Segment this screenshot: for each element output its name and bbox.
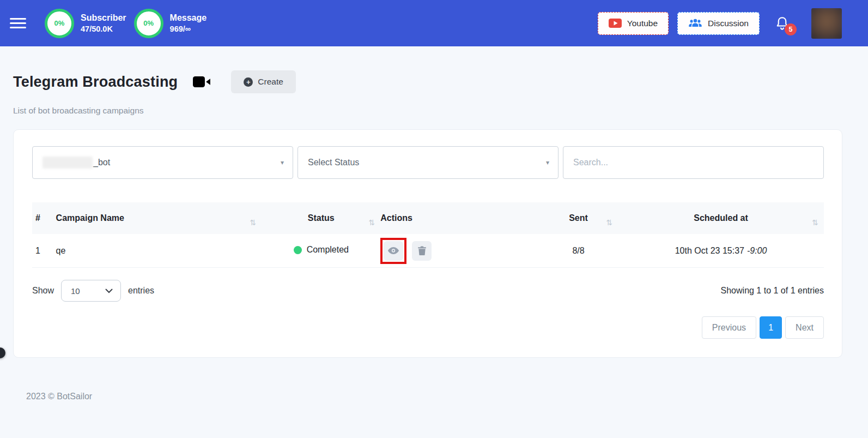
sort-icon[interactable]: ⇅ [812, 218, 818, 227]
trash-icon [418, 246, 426, 255]
column-actions: Actions [380, 213, 539, 223]
redacted-bot-name [43, 157, 93, 169]
video-camera-icon [193, 75, 211, 88]
discussion-button[interactable]: Discussion [677, 12, 760, 35]
column-scheduled-at: Scheduled at ⇅ [618, 213, 824, 223]
sort-icon[interactable]: ⇅ [250, 218, 257, 227]
entries-per-page-value: 10 [71, 286, 80, 296]
column-sent: Sent ⇅ [539, 213, 618, 223]
annotation-highlight-box [380, 238, 406, 264]
plus-icon: + [244, 77, 253, 87]
table-header-row: # Campaign Name ⇅ Status ⇅ Actions Sent … [32, 202, 824, 234]
delete-campaign-button[interactable] [412, 241, 432, 261]
bot-select-value: _bot [93, 158, 110, 167]
previous-page-button[interactable]: Previous [702, 316, 756, 339]
notification-badge: 5 [785, 23, 797, 35]
column-campaign-name: Campaign Name ⇅ [56, 213, 262, 223]
campaigns-card: _bot ▾ Select Status ▾ # Campaign Name ⇅… [13, 129, 842, 358]
create-label: Create [258, 77, 283, 87]
notifications-button[interactable]: 5 [775, 15, 790, 32]
topbar: 0% Subscriber 47/50.0K 0% Message 969/∞ … [0, 0, 868, 46]
message-percent: 0% [143, 19, 154, 27]
chevron-down-icon [105, 289, 113, 293]
showing-entries-text: Showing 1 to 1 of 1 entries [721, 286, 824, 296]
message-stat: 0% Message 969/∞ [134, 9, 207, 38]
user-avatar[interactable] [811, 8, 842, 39]
column-status: Status ⇅ [262, 213, 380, 223]
subscriber-percent: 0% [54, 19, 65, 27]
message-progress-ring: 0% [134, 9, 163, 38]
entries-label: entries [128, 286, 154, 296]
search-input[interactable] [563, 146, 824, 179]
pagination: Previous 1 Next [32, 316, 824, 339]
subscriber-value: 47/50.0K [81, 24, 126, 35]
youtube-label: Youtube [627, 19, 658, 28]
next-page-button[interactable]: Next [785, 316, 824, 339]
message-value: 969/∞ [170, 24, 207, 35]
youtube-icon [609, 19, 622, 28]
main-content: Telegram Broadcasting + Create List of b… [0, 46, 868, 401]
status-badge: Completed [294, 245, 349, 255]
status-select[interactable]: Select Status ▾ [298, 146, 559, 179]
caret-down-icon: ▾ [281, 159, 284, 166]
sent-count: 8/8 [539, 246, 618, 256]
bot-select[interactable]: _bot ▾ [32, 146, 293, 179]
subscriber-progress-ring: 0% [45, 9, 74, 38]
show-label: Show [32, 286, 54, 296]
status-select-value: Select Status [308, 158, 359, 167]
discussion-label: Discussion [708, 19, 749, 28]
page-subtitle: List of bot broadcasting campaigns [13, 106, 842, 116]
view-campaign-button[interactable] [384, 241, 403, 261]
column-index: # [32, 213, 56, 223]
page-title: Telegram Broadcasting [13, 74, 178, 91]
sort-icon[interactable]: ⇅ [606, 218, 612, 227]
youtube-button[interactable]: Youtube [598, 12, 669, 35]
subscriber-label: Subscriber [81, 12, 126, 24]
menu-icon[interactable] [10, 15, 26, 31]
avatar-image [811, 8, 842, 39]
users-icon [688, 19, 702, 28]
campaigns-table: # Campaign Name ⇅ Status ⇅ Actions Sent … [32, 202, 824, 268]
status-dot-icon [294, 246, 302, 254]
row-index: 1 [32, 246, 56, 256]
sort-icon[interactable]: ⇅ [369, 218, 375, 227]
scheduled-date: 10th Oct 23 15:37 [675, 246, 744, 255]
copyright-text: 2023 © BotSailor [13, 358, 842, 401]
caret-down-icon: ▾ [546, 159, 549, 166]
create-button[interactable]: + Create [231, 70, 296, 93]
eye-icon [387, 247, 399, 255]
message-label: Message [170, 12, 207, 24]
subscriber-stat: 0% Subscriber 47/50.0K [45, 9, 126, 38]
filters-row: _bot ▾ Select Status ▾ [32, 146, 824, 179]
entries-per-page-select[interactable]: 10 [61, 280, 121, 302]
scheduled-utc-offset: -9:00 [747, 246, 767, 255]
table-row: 1 qe Completed [32, 234, 824, 268]
status-text: Completed [307, 245, 349, 255]
campaign-name: qe [56, 246, 262, 256]
current-page-button[interactable]: 1 [760, 316, 782, 339]
